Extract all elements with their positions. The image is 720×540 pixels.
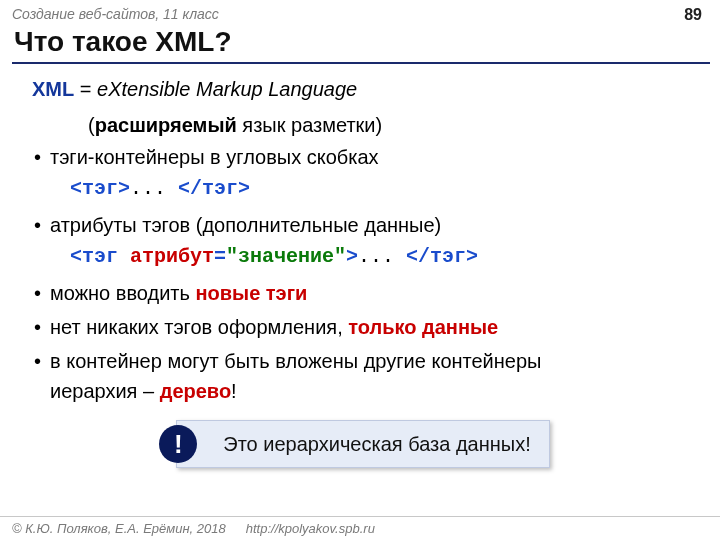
code-sample-1: <тэг>... </тэг>	[50, 174, 694, 204]
exclamation-icon: !	[159, 425, 197, 463]
code2-close: </тэг>	[406, 245, 478, 268]
code1-open: <тэг>	[70, 177, 130, 200]
expansion-ru-rest: язык разметки)	[237, 114, 382, 136]
bullet-5: в контейнер могут быть вложены другие ко…	[32, 346, 694, 406]
bullet-5-line2-post: !	[231, 380, 237, 402]
bullet-4-red: только данные	[348, 316, 498, 338]
code2-attr: атрибут	[130, 245, 214, 268]
definition-line: XML = eXtensible Markup Language	[32, 74, 694, 104]
slide-header: Создание веб-сайтов, 11 класс 89	[0, 0, 720, 26]
code-sample-2: <тэг атрибут="значение">... </тэг>	[50, 242, 694, 272]
bullet-1: тэги-контейнеры в угловых скобках <тэг>.…	[32, 142, 694, 204]
bullet-list: тэги-контейнеры в угловых скобках <тэг>.…	[32, 142, 694, 406]
equals: =	[74, 78, 97, 100]
code1-close: </тэг>	[178, 177, 250, 200]
bullet-2-text: атрибуты тэгов (дополнительные данные)	[50, 214, 441, 236]
expansion: eXtensible Markup Language	[97, 78, 357, 100]
bullet-2: атрибуты тэгов (дополнительные данные) <…	[32, 210, 694, 272]
code2-mid: ...	[358, 245, 406, 268]
slide-title: Что такое XML?	[0, 26, 720, 62]
footer-url: http://kpolyakov.spb.ru	[246, 521, 375, 536]
bullet-3-red: новые тэги	[195, 282, 307, 304]
title-underline	[12, 62, 710, 64]
callout-text: Это иерархическая база данных!	[223, 433, 530, 455]
slide-footer: © К.Ю. Поляков, Е.А. Ерёмин, 2018 http:/…	[0, 516, 720, 540]
callout-box: ! Это иерархическая база данных!	[176, 420, 549, 468]
bullet-3: можно вводить новые тэги	[32, 278, 694, 308]
bullet-5-line2-pre: иерархия –	[50, 380, 160, 402]
code2-eq: =	[214, 245, 226, 268]
code2-val: "значение"	[226, 245, 346, 268]
paren-open: (	[88, 114, 95, 136]
definition-sub: (расширяемый язык разметки)	[32, 110, 694, 140]
bullet-4-pre: нет никаких тэгов оформления,	[50, 316, 348, 338]
copyright: © К.Ю. Поляков, Е.А. Ерёмин, 2018	[12, 521, 226, 536]
term-xml: XML	[32, 78, 74, 100]
bullet-5-line2-red: дерево	[160, 380, 231, 402]
course-name: Создание веб-сайтов, 11 класс	[12, 6, 219, 22]
bullet-4: нет никаких тэгов оформления, только дан…	[32, 312, 694, 342]
page-number: 89	[684, 6, 702, 24]
code2-open: <тэг	[70, 245, 130, 268]
slide-content: XML = eXtensible Markup Language (расшир…	[0, 74, 720, 468]
callout-wrap: ! Это иерархическая база данных!	[32, 420, 694, 468]
bullet-3-pre: можно вводить	[50, 282, 195, 304]
bullet-5-line1: в контейнер могут быть вложены другие ко…	[50, 350, 541, 372]
code2-gt: >	[346, 245, 358, 268]
expansion-ru-bold: расширяемый	[95, 114, 237, 136]
code1-mid: ...	[130, 177, 178, 200]
bullet-1-text: тэги-контейнеры в угловых скобках	[50, 146, 379, 168]
